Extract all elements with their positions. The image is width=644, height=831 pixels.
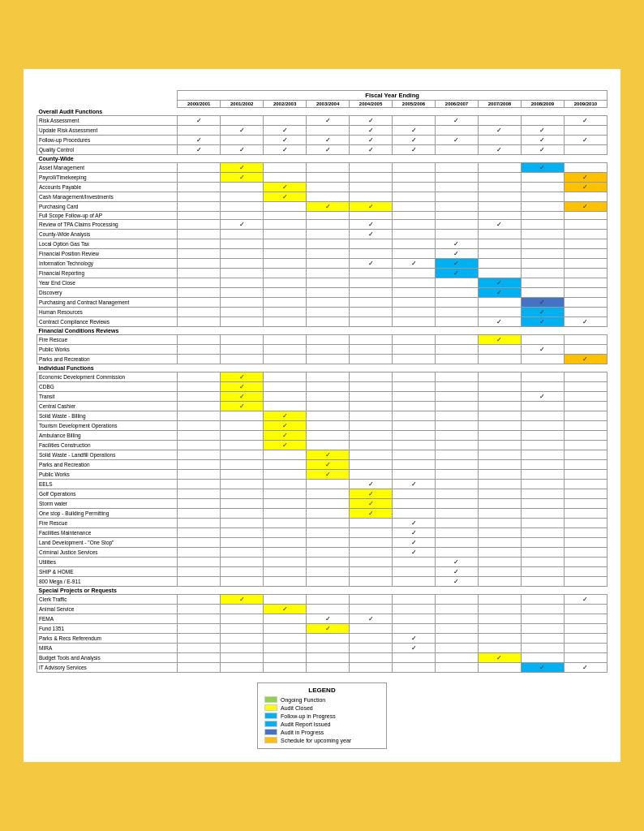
cell-3-21-0 bbox=[178, 577, 221, 587]
row-label: Contract Compliance Reviews bbox=[37, 317, 178, 327]
row-label: 800 Mega / E-911 bbox=[37, 577, 178, 587]
cell-4-3-5 bbox=[393, 624, 436, 634]
legend-label-followup: Follow-up in Progress bbox=[281, 713, 336, 719]
cell-3-15-2 bbox=[264, 519, 307, 528]
cell-4-0-5 bbox=[393, 595, 436, 605]
cell-1-6-8 bbox=[521, 220, 564, 230]
table-row: Contract Compliance Reviews✓✓✓ bbox=[37, 317, 608, 327]
cell-1-6-1: ✓ bbox=[221, 220, 264, 230]
cell-1-2-2: ✓ bbox=[264, 183, 307, 192]
cell-4-3-9 bbox=[564, 624, 607, 634]
cell-3-11-7 bbox=[478, 480, 521, 489]
cell-3-16-1 bbox=[221, 528, 264, 538]
cell-1-1-2 bbox=[264, 173, 307, 183]
table-row: Public Works✓ bbox=[37, 470, 608, 480]
cell-0-3-9 bbox=[564, 145, 607, 155]
cell-3-19-3 bbox=[307, 558, 350, 567]
cell-3-13-3 bbox=[307, 499, 350, 509]
cell-0-1-3 bbox=[307, 126, 350, 136]
cell-0-3-1: ✓ bbox=[221, 145, 264, 155]
cell-2-0-2 bbox=[264, 335, 307, 345]
row-label: Cash Management/Investments bbox=[37, 192, 178, 202]
cell-3-12-7 bbox=[478, 489, 521, 499]
cell-4-7-5 bbox=[393, 663, 436, 673]
cell-3-20-5 bbox=[393, 567, 436, 577]
cell-3-1-6 bbox=[436, 382, 479, 392]
row-label: EELS bbox=[37, 480, 178, 489]
cell-3-18-8 bbox=[521, 548, 564, 558]
cell-1-3-1 bbox=[221, 192, 264, 202]
row-label: Financial Position Review bbox=[37, 249, 178, 259]
cell-1-15-4 bbox=[350, 308, 393, 317]
cell-1-8-8 bbox=[521, 239, 564, 249]
cell-3-17-7 bbox=[478, 538, 521, 548]
cell-3-7-2: ✓ bbox=[264, 441, 307, 450]
cell-1-1-6 bbox=[436, 173, 479, 183]
cell-3-10-1 bbox=[221, 470, 264, 480]
cell-1-12-9 bbox=[564, 278, 607, 288]
cell-3-16-5: ✓ bbox=[393, 528, 436, 538]
table-row: Quality Control✓✓✓✓✓✓✓✓ bbox=[37, 145, 608, 155]
cell-3-18-9 bbox=[564, 548, 607, 558]
cell-1-10-6: ✓ bbox=[436, 259, 479, 269]
row-label: SHIP & HOME bbox=[37, 567, 178, 577]
cell-3-18-0 bbox=[178, 548, 221, 558]
cell-3-3-0 bbox=[178, 402, 221, 411]
cell-3-0-6 bbox=[436, 372, 479, 382]
cell-1-11-1 bbox=[221, 269, 264, 278]
cell-1-11-7 bbox=[478, 269, 521, 278]
cell-3-8-7 bbox=[478, 450, 521, 460]
cell-1-13-8 bbox=[521, 288, 564, 298]
cell-3-3-1: ✓ bbox=[221, 402, 264, 411]
page: Fiscal Year Ending2000/20012001/20022002… bbox=[22, 67, 622, 764]
cell-4-6-6 bbox=[436, 653, 479, 663]
cell-3-16-7 bbox=[478, 528, 521, 538]
cell-1-14-6 bbox=[436, 298, 479, 308]
cell-3-17-5: ✓ bbox=[393, 538, 436, 548]
cell-3-5-1 bbox=[221, 421, 264, 431]
cell-1-1-8 bbox=[521, 173, 564, 183]
cell-1-15-0 bbox=[178, 308, 221, 317]
cell-3-6-8 bbox=[521, 431, 564, 441]
cell-4-6-3 bbox=[307, 653, 350, 663]
cell-1-10-1 bbox=[221, 259, 264, 269]
table-row: Local Option Gas Tax✓ bbox=[37, 239, 608, 249]
table-row: Information Technology✓✓✓ bbox=[37, 259, 608, 269]
cell-3-8-5 bbox=[393, 450, 436, 460]
table-row: Full Scope Follow-up of AP bbox=[37, 212, 608, 220]
cell-3-10-7 bbox=[478, 470, 521, 480]
table-row: FEMA✓✓ bbox=[37, 614, 608, 624]
cell-3-6-1 bbox=[221, 431, 264, 441]
table-row: Follow-up Procedures✓✓✓✓✓✓✓✓ bbox=[37, 136, 608, 145]
cell-3-2-0 bbox=[178, 392, 221, 402]
legend-label-ongoing: Ongoing Function bbox=[281, 697, 325, 703]
cell-3-19-2 bbox=[264, 558, 307, 567]
cell-3-19-4 bbox=[350, 558, 393, 567]
cell-1-9-4 bbox=[350, 249, 393, 259]
table-row: Animal Service✓ bbox=[37, 605, 608, 614]
cell-4-1-5 bbox=[393, 605, 436, 614]
cell-3-20-6: ✓ bbox=[436, 567, 479, 577]
cell-4-0-4 bbox=[350, 595, 393, 605]
row-label: Human Resources bbox=[37, 308, 178, 317]
cell-1-6-7: ✓ bbox=[478, 220, 521, 230]
cell-1-16-7: ✓ bbox=[478, 317, 521, 327]
row-label: Financial Reporting bbox=[37, 269, 178, 278]
cell-3-21-7 bbox=[478, 577, 521, 587]
cell-4-4-4 bbox=[350, 634, 393, 644]
cell-3-11-3 bbox=[307, 480, 350, 489]
cell-1-9-0 bbox=[178, 249, 221, 259]
cell-3-7-9 bbox=[564, 441, 607, 450]
cell-1-16-9: ✓ bbox=[564, 317, 607, 327]
legend-section: LEGEND Ongoing Function Audit Closed Fol… bbox=[36, 682, 608, 749]
table-row: Clerk Traffic✓✓ bbox=[37, 595, 608, 605]
cell-2-2-7 bbox=[478, 355, 521, 364]
year-header-8: 2008/2009 bbox=[521, 101, 564, 108]
cell-4-1-2: ✓ bbox=[264, 605, 307, 614]
table-row: Golf Operations✓ bbox=[37, 489, 608, 499]
cell-3-17-6 bbox=[436, 538, 479, 548]
cell-3-18-4 bbox=[350, 548, 393, 558]
cell-4-5-0 bbox=[178, 644, 221, 653]
cell-0-2-2: ✓ bbox=[264, 136, 307, 145]
legend-color-cyan bbox=[264, 713, 277, 719]
